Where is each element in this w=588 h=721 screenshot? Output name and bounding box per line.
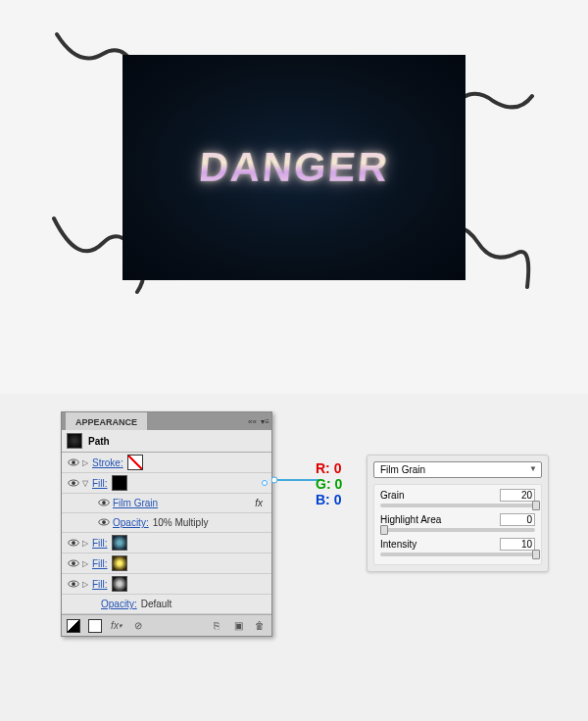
duplicate-button[interactable]: ⎘ — [210, 619, 223, 633]
eye-icon — [98, 517, 110, 528]
slider-value-input[interactable] — [500, 513, 535, 526]
attribute-row[interactable]: Opacity:10% Multiply — [62, 513, 271, 533]
swatch-toggle[interactable] — [67, 619, 80, 633]
svg-point-14 — [271, 477, 277, 483]
new-fill-button[interactable]: ▣ — [231, 619, 245, 633]
attribute-list: ▷Stroke:▽Fill:Film GrainfxOpacity:10% Mu… — [62, 453, 271, 614]
attribute-label[interactable]: Stroke: — [92, 457, 123, 468]
slider-group: GrainHighlight AreaIntensity — [373, 484, 542, 565]
fx-icon: fx — [255, 498, 263, 508]
svg-point-13 — [72, 582, 75, 586]
attribute-label[interactable]: Fill: — [92, 558, 108, 569]
svg-point-11 — [72, 561, 75, 565]
attribute-value: Default — [141, 599, 172, 609]
target-thumbnail — [67, 433, 82, 449]
disclosure-triangle[interactable]: ▷ — [82, 559, 90, 568]
trash-icon[interactable]: 🗑 — [253, 619, 267, 633]
attribute-label[interactable]: Fill: — [92, 538, 108, 549]
eye-icon — [68, 538, 79, 549]
target-label: Path — [88, 436, 110, 447]
visibility-toggle[interactable] — [95, 498, 113, 508]
attribute-value: 10% Multiply — [153, 517, 209, 528]
rgb-b: B: 0 — [316, 492, 342, 507]
attribute-row[interactable]: ▽Fill: — [62, 473, 271, 494]
menu-icon[interactable]: ▾≡ — [259, 415, 271, 428]
visibility-toggle[interactable] — [65, 478, 82, 489]
panel-header[interactable]: APPEARANCE «« ▾≡ — [62, 412, 271, 430]
color-swatch[interactable] — [127, 455, 143, 470]
slider-value-input[interactable] — [500, 489, 535, 502]
color-swatch[interactable] — [112, 555, 127, 571]
artwork-image: DANGER — [122, 55, 466, 280]
eye-icon — [68, 478, 79, 489]
effect-options-panel: Film Grain GrainHighlight AreaIntensity — [367, 455, 549, 572]
disclosure-triangle[interactable]: ▷ — [82, 539, 90, 548]
svg-point-7 — [102, 520, 106, 524]
attribute-label[interactable]: Fill: — [92, 579, 108, 590]
slider-row: Grain — [380, 489, 535, 507]
svg-point-3 — [72, 481, 75, 485]
clear-appearance-button[interactable]: ⊘ — [131, 619, 145, 633]
disclosure-triangle[interactable]: ▷ — [82, 458, 90, 467]
color-swatch[interactable] — [112, 576, 127, 592]
eye-icon — [98, 498, 110, 508]
attribute-row[interactable]: ▷Stroke: — [62, 453, 271, 473]
visibility-toggle[interactable] — [65, 457, 82, 468]
attribute-label[interactable]: Opacity: — [113, 517, 149, 528]
attribute-row[interactable]: Opacity:Default — [62, 595, 271, 614]
slider-track[interactable] — [380, 504, 535, 507]
svg-point-9 — [72, 541, 75, 545]
appearance-panel: APPEARANCE «« ▾≡ Path ▷Stroke:▽Fill:Film… — [61, 411, 272, 637]
slider-track[interactable] — [380, 528, 535, 532]
slider-label: Highlight Area — [380, 514, 441, 525]
effect-dropdown[interactable]: Film Grain — [373, 461, 542, 478]
eye-icon — [68, 579, 79, 590]
slider-track[interactable] — [380, 553, 535, 556]
color-swatch[interactable] — [112, 475, 127, 491]
artwork-text: DANGER — [197, 144, 391, 191]
slider-thumb[interactable] — [532, 501, 540, 510]
slider-row: Intensity — [380, 538, 535, 556]
slider-row: Highlight Area — [380, 513, 535, 532]
rgb-readout: R: 0 G: 0 B: 0 — [316, 460, 342, 507]
attribute-label[interactable]: Film Grain — [113, 498, 158, 508]
panels-area: APPEARANCE «« ▾≡ Path ▷Stroke:▽Fill:Film… — [0, 394, 588, 721]
rgb-r: R: 0 — [316, 460, 342, 476]
target-row: Path — [62, 430, 271, 453]
rgb-g: G: 0 — [316, 476, 342, 492]
visibility-toggle[interactable] — [65, 579, 82, 590]
eye-icon — [68, 558, 79, 569]
attribute-label[interactable]: Fill: — [92, 478, 108, 489]
disclosure-triangle[interactable]: ▽ — [82, 479, 90, 488]
svg-point-1 — [72, 460, 75, 464]
slider-thumb[interactable] — [380, 525, 388, 535]
collapse-icon[interactable]: «« — [246, 415, 259, 428]
fx-menu-button[interactable]: fx▾ — [110, 619, 123, 633]
attribute-row[interactable]: ▷Fill: — [62, 553, 271, 574]
attribute-row[interactable]: Film Grainfx — [62, 494, 271, 513]
attribute-row[interactable]: ▷Fill: — [62, 574, 271, 595]
preview-area: DANGER — [0, 0, 588, 394]
visibility-toggle[interactable] — [65, 538, 82, 549]
disclosure-triangle[interactable]: ▷ — [82, 580, 90, 589]
slider-label: Grain — [380, 490, 404, 501]
svg-point-5 — [102, 501, 106, 505]
new-stroke-button[interactable] — [88, 619, 102, 633]
appearance-tab[interactable]: APPEARANCE — [66, 412, 147, 430]
panel-footer: fx▾ ⊘ ⎘ ▣ 🗑 — [62, 614, 271, 636]
selection-indicator — [262, 480, 268, 486]
color-swatch[interactable] — [112, 535, 127, 551]
slider-value-input[interactable] — [500, 538, 535, 551]
visibility-toggle[interactable] — [95, 517, 113, 528]
slider-label: Intensity — [380, 539, 416, 550]
artwork-canvas: DANGER — [59, 37, 529, 350]
eye-icon — [68, 457, 79, 468]
slider-thumb[interactable] — [532, 550, 540, 559]
attribute-row[interactable]: ▷Fill: — [62, 533, 271, 553]
visibility-toggle[interactable] — [65, 558, 82, 569]
connector-line — [270, 475, 319, 485]
attribute-label[interactable]: Opacity: — [101, 599, 137, 609]
